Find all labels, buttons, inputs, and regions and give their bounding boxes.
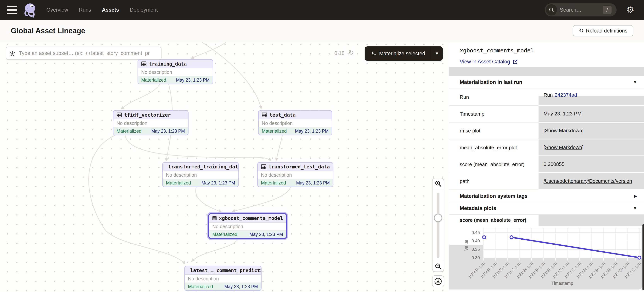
section-materialization-in-last-run[interactable]: Materialization in last run ▼ [449,76,644,89]
table-icon [116,112,122,118]
zoom-out-icon[interactable] [432,261,444,271]
node-description: No description [163,171,238,179]
sparkle-icon [370,50,377,57]
status-badge: Materialized [188,284,213,289]
materialization-date[interactable]: May 23, 1:23 PM [249,232,283,237]
page-title: Global Asset Lineage [11,27,85,35]
path-link[interactable]: /Users/odetteharary/Documents/version [544,178,632,184]
node-description: No description [185,275,261,282]
zoom-in-icon[interactable] [432,178,444,189]
zoom-slider-track[interactable] [437,193,440,258]
chart-title: score (mean_absolute_error) [460,217,526,223]
materialize-dropdown-caret[interactable]: ▼ [431,46,443,61]
download-icon [434,277,442,285]
top-navbar: Overview Runs Assets Deployment / ⚙ [0,0,644,20]
search-input[interactable] [560,7,598,13]
table-icon [141,61,146,67]
scrollbar-thumb[interactable] [642,224,644,290]
run-link[interactable]: 242374ad [555,92,577,98]
nav-deployment[interactable]: Deployment [130,7,158,13]
chevron-right-icon[interactable]: ▶ [634,194,637,198]
section-materialization-system-tags[interactable]: Materialization system tags ▶ [449,190,644,202]
asset-details-panel: xgboost_comments_model View in Asset Cat… [449,42,644,292]
show-markdown-link[interactable]: [Show Markdown] [544,128,584,134]
asset-node-training-data[interactable]: training_data No description Materialize… [138,59,213,84]
status-badge: Materialized [262,128,287,134]
gear-icon[interactable]: ⚙ [626,5,634,15]
chart-title-row: score (mean_absolute_error) [449,215,644,226]
node-description: No description [138,68,213,76]
materialization-date[interactable]: May 23, 1:23 PM [224,284,258,289]
zoom-slider-thumb[interactable] [434,214,442,222]
status-badge: Materialized [116,128,142,134]
dagster-logo-icon[interactable] [22,2,38,18]
chevron-down-icon[interactable]: ▼ [633,206,637,211]
table-row-timestamp: Timestamp May 23, 1:23 PM [449,106,644,123]
table-icon [262,112,267,118]
table-row-score: score (mean_absolute_error) 0.300855 [449,156,644,173]
reload-definitions-button[interactable]: ↻ Reload definitions [573,25,633,36]
asset-node-tfidf-vectorizer[interactable]: tfidf_vectorizer No description Material… [113,110,188,135]
asset-node-xgboost-comments-model[interactable]: xgboost_comments_model No description Ma… [208,213,287,239]
section-metadata-plots[interactable]: Metadata plots ▼ [449,202,644,215]
chevron-down-icon[interactable]: ▼ [633,80,637,85]
refresh-icon[interactable]: ↻ [348,49,354,57]
refresh-timer: 0:18 [334,50,344,56]
nav-runs[interactable]: Runs [79,7,91,13]
menu-icon[interactable] [7,6,18,14]
external-link-icon [512,59,518,65]
asset-node-transformed-training-data[interactable]: transformed_training_data No description… [162,162,239,187]
asset-node-latest-comment-predictions[interactable]: latest_…_comment_predictions No descript… [184,266,262,291]
page-header: Global Asset Lineage ↻ Reload definition… [0,20,644,42]
asset-node-test-data[interactable]: test_data No description Materialized Ma… [258,110,332,135]
table-row-run: Run Run 242374ad [449,89,644,106]
nav-links: Overview Runs Assets Deployment [46,7,158,13]
node-description: No description [259,119,332,127]
materialization-date[interactable]: May 23, 1:23 PM [296,180,330,186]
table-row-rmse-plot: rmse plot [Show Markdown] [449,123,644,139]
node-description: No description [209,223,286,230]
materialization-date[interactable]: May 23, 1:23 PM [295,129,328,134]
status-badge: Materialized [261,180,286,186]
asset-subset-icon [9,50,16,57]
table-row-mae-plot: mean_absolute_error plot [Show Markdown] [449,139,644,156]
global-search[interactable]: / [545,3,616,17]
search-shortcut-badge: / [603,6,612,14]
status-badge: Materialized [166,180,191,186]
materialization-date[interactable]: May 23, 1:23 PM [151,129,185,134]
node-description: No description [258,171,333,179]
asset-node-transformed-test-data[interactable]: transformed_test_data No description Mat… [257,162,334,187]
status-badge: Materialized [141,77,166,83]
y-tick-label: 0.35 [468,247,480,252]
materialization-date[interactable]: May 23, 1:23 PM [202,180,235,186]
status-badge: Materialized [212,232,237,237]
nav-overview[interactable]: Overview [46,7,68,13]
download-image-button[interactable] [432,275,444,287]
node-description: No description [114,119,188,127]
score-line-chart: Value Timestamp 1:20:36 p.m.1:20:48 p.m.… [449,226,644,292]
table-icon [212,215,217,221]
nav-assets[interactable]: Assets [102,7,119,13]
materialize-selected-button[interactable]: Materialize selected ▼ [365,46,443,61]
asset-title: xgboost_comments_model [460,47,534,54]
refresh-icon: ↻ [579,28,584,34]
show-markdown-link[interactable]: [Show Markdown] [544,144,584,150]
panel-divider-band [449,67,644,76]
asset-lineage-graph[interactable]: 0:18 ↻ Materialize selected ▼ training_d… [0,42,449,292]
materialization-date[interactable]: May 23, 1:23 PM [176,78,210,83]
y-tick-label: 0.40 [468,238,480,243]
metadata-table: Run Run 242374ad Timestamp May 23, 1:23 … [449,89,644,190]
zoom-toolbar [432,178,444,272]
table-row-path: path /Users/odetteharary/Documents/versi… [449,173,644,190]
view-in-asset-catalog-link[interactable]: View in Asset Catalog [460,59,518,65]
y-tick-label: 0.45 [468,230,480,235]
y-tick-label: 0.30 [468,255,480,260]
table-icon [261,164,266,169]
search-icon [546,4,557,16]
asset-subset-input[interactable] [6,47,162,60]
